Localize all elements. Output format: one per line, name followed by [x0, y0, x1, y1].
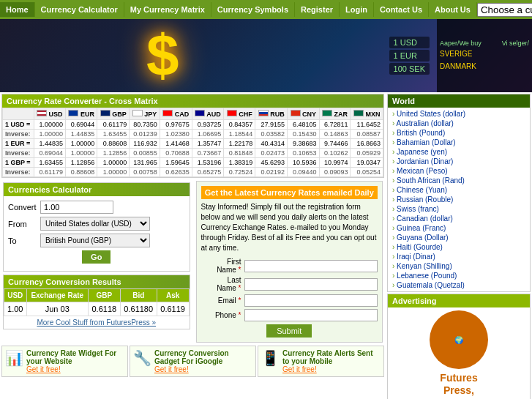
- results-section: Currency Conversion Results USD Exchange…: [3, 275, 190, 329]
- submit-button[interactable]: Submit: [266, 324, 312, 338]
- world-item-17[interactable]: Lebanese (Pound): [388, 271, 530, 280]
- world-item-8[interactable]: Chinese (Yuan): [388, 185, 530, 195]
- first-name-row: FirstName *: [201, 258, 378, 274]
- results-col-rate: Exchange Rate: [26, 289, 88, 302]
- matrix-cell-2-10: 16.8663: [351, 139, 383, 149]
- matrix-cell-2-3: 116.932: [130, 139, 160, 149]
- nav-home[interactable]: Home: [0, 2, 35, 17]
- banner: $ 1 USD 1 EUR 100 SEK Aaper/We buyVi sel…: [0, 19, 532, 92]
- matrix-cell-2-2: 0.88608: [97, 139, 130, 149]
- world-item-5[interactable]: Jordanian (Dinar): [388, 157, 530, 166]
- nav-login[interactable]: Login: [340, 2, 374, 17]
- matrix-cell-4-4: 1.59645: [160, 158, 192, 168]
- results-col-gbp: GBP: [88, 289, 120, 302]
- results-header: Currency Conversion Results: [4, 275, 190, 288]
- col-aud: AUD: [192, 108, 224, 120]
- dollar-symbol: $: [146, 22, 179, 89]
- matrix-cell-2-6: 1.22178: [224, 139, 255, 149]
- world-item-16[interactable]: Kenyan (Shilling): [388, 261, 530, 271]
- world-item-0[interactable]: United States (dollar): [388, 109, 530, 119]
- last-name-input[interactable]: [244, 278, 378, 291]
- result-ask: 0.6119: [157, 302, 189, 316]
- rate-usd: 1 USD: [389, 37, 430, 48]
- calc-to-row: To British Pound (GBP) United States dol…: [8, 234, 185, 247]
- phone-label: Phone *: [201, 311, 241, 319]
- world-item-9[interactable]: Russian (Rouble): [388, 195, 530, 204]
- calc-convert-row: Convert: [8, 201, 185, 214]
- go-button[interactable]: Go: [82, 250, 110, 264]
- results-row: 1.00 Jun 03 0.6118 0.61180 0.6119: [4, 302, 190, 316]
- matrix-cell-4-9: 10.9974: [319, 158, 351, 168]
- matrix-row-label-3: Inverse:: [3, 149, 34, 158]
- more-link[interactable]: More Cool Stuff from FuturesPress »: [4, 316, 190, 329]
- nav-about[interactable]: About Us: [429, 2, 477, 17]
- world-item-10[interactable]: Swiss (franc): [388, 204, 530, 214]
- world-item-14[interactable]: Haiti (Gourde): [388, 242, 530, 252]
- world-item-13[interactable]: Guyana (Dollar): [388, 233, 530, 242]
- matrix-cell-0-3: 80.7350: [130, 120, 160, 130]
- matrix-cell-1-1: 1.44835: [65, 130, 97, 139]
- matrix-cell-5-6: 0.72524: [224, 168, 255, 177]
- world-item-12[interactable]: Guinea (Franc): [388, 223, 530, 233]
- first-name-input[interactable]: [244, 260, 378, 272]
- world-item-6[interactable]: Mexican (Peso): [388, 166, 530, 176]
- email-section: Get the Latest Currency Rates emailed Da…: [196, 181, 383, 343]
- email-label-el: Email *: [201, 297, 241, 305]
- matrix-row-label-0: 1 USD =: [3, 120, 34, 130]
- to-select[interactable]: British Pound (GBP) United States dollar…: [40, 234, 150, 247]
- matrix-cell-4-0: 1.63455: [34, 158, 65, 168]
- matrix-cell-1-0: 1.00000: [34, 130, 65, 139]
- matrix-cell-5-2: 1.00000: [97, 168, 130, 177]
- world-item-1[interactable]: Australian (dollar): [388, 119, 530, 128]
- nav-calculator[interactable]: Currency Calculator: [35, 2, 124, 17]
- world-item-18[interactable]: Guatemala (Quetzal): [388, 280, 530, 290]
- matrix-cell-5-9: 0.09093: [319, 168, 351, 177]
- world-item-15[interactable]: Iraqi (Dinar): [388, 252, 530, 261]
- nav-matrix[interactable]: My Currency Matrix: [124, 2, 211, 17]
- ad-text: Futures Press, Inc: [440, 372, 477, 399]
- world-item-2[interactable]: British (Pound): [388, 128, 530, 138]
- nav-register[interactable]: Register: [295, 2, 340, 17]
- col-gbp: GBP: [97, 108, 130, 120]
- world-header: World: [388, 94, 530, 108]
- phone-input[interactable]: [244, 309, 378, 321]
- matrix-cell-3-7: 0.02473: [255, 149, 288, 158]
- matrix-cell-5-1: 0.88608: [65, 168, 97, 177]
- matrix-cell-0-5: 0.93725: [192, 120, 224, 130]
- currency-select[interactable]: Choose a currency: [477, 3, 532, 17]
- ad-section: Advertising 🌍 Futures Press, Inc PITGURU: [387, 294, 531, 399]
- matrix-cell-4-3: 131.965: [130, 158, 160, 168]
- matrix-cell-1-7: 0.03582: [255, 130, 288, 139]
- matrix-cell-1-4: 1.02380: [160, 130, 192, 139]
- rate-sek: 100 SEK: [389, 63, 430, 75]
- convert-input[interactable]: [40, 201, 113, 214]
- left-center: Currency Rate Converter - Cross Matrix U…: [0, 92, 386, 399]
- nav-symbols[interactable]: Currency Symbols: [211, 2, 295, 17]
- matrix-cell-2-8: 9.38683: [288, 139, 319, 149]
- ad-content: 🌍 Futures Press, Inc PITGURU: [388, 307, 530, 399]
- world-item-11[interactable]: Canadian (dollar): [388, 214, 530, 223]
- email-input[interactable]: [244, 294, 378, 307]
- result-bid: 0.61180: [120, 302, 157, 316]
- matrix-cell-0-6: 0.84357: [224, 120, 255, 130]
- calc-header: Currencies Calculator: [4, 183, 190, 196]
- widget-2: 🔧 Currency Conversion Gadget For iGoogle…: [130, 346, 256, 377]
- banner-rates: 1 USD 1 EUR 100 SEK: [389, 37, 430, 75]
- matrix-row-label-1: Inverse:: [3, 130, 34, 139]
- nav-contact[interactable]: Contact Us: [374, 2, 429, 17]
- matrix-cell-1-8: 0.15430: [288, 130, 319, 139]
- matrix-cell-2-5: 1.35747: [192, 139, 224, 149]
- matrix-cell-3-3: 0.00855: [130, 149, 160, 158]
- matrix-table: USD EUR GBP JPY CAD: [2, 108, 383, 177]
- world-item-4[interactable]: Japanese (yen): [388, 147, 530, 157]
- currency-dropdown[interactable]: Choose a currency: [477, 3, 532, 17]
- email-row: Email *: [201, 294, 378, 307]
- rate-eur: 1 EUR: [389, 50, 430, 61]
- world-item-7[interactable]: South African (Rand): [388, 176, 530, 185]
- results-col-ask: Ask: [157, 289, 189, 302]
- calc-go-row: Go: [8, 250, 185, 264]
- matrix-cell-1-5: 1.06695: [192, 130, 224, 139]
- world-item-3[interactable]: Bahamian (Dollar): [388, 138, 530, 147]
- from-select[interactable]: United States dollar (USD) Euro (EUR) Br…: [40, 217, 150, 231]
- results-col-bid: Bid: [120, 289, 157, 302]
